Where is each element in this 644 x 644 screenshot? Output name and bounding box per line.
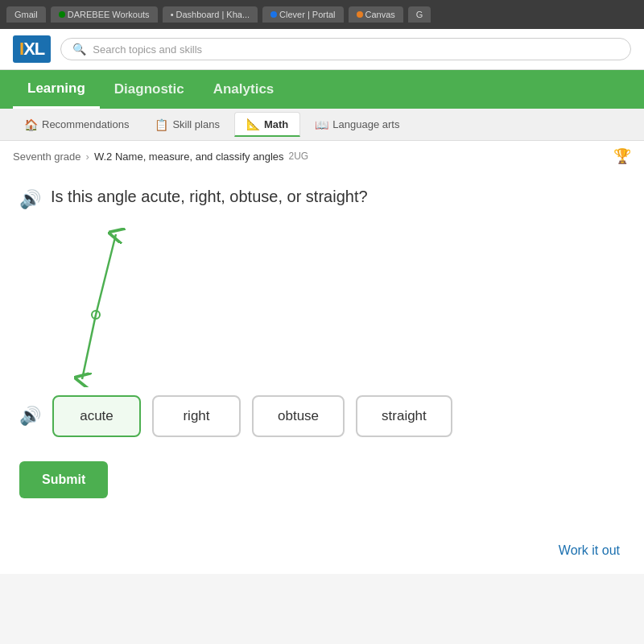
trophy-icon: 🏆: [613, 147, 631, 165]
svg-line-1: [82, 315, 96, 379]
browser-tabs-bar: Gmail DAREBEE Workouts • Dashboard | Kha…: [0, 0, 644, 29]
answer-btn-obtuse[interactable]: obtuse: [252, 395, 345, 437]
ixl-header: IXL 🔍 Search topics and skills: [0, 29, 644, 70]
search-placeholder: Search topics and skills: [93, 43, 202, 56]
answer-section: 🔊 acute right obtuse straight: [19, 395, 625, 437]
subnav-recommendations[interactable]: 🏠 Recommendations: [13, 114, 140, 136]
angle-svg: [52, 226, 156, 387]
browser-tab-google[interactable]: G: [408, 6, 431, 23]
subnav-math-label: Math: [264, 118, 288, 130]
breadcrumb-grade[interactable]: Seventh grade: [13, 151, 81, 163]
breadcrumb-arrow: ›: [86, 151, 89, 163]
subnav-skill-plans[interactable]: 📋 Skill plans: [143, 114, 231, 136]
language-arts-icon: 📖: [315, 118, 328, 131]
breadcrumb-skill-name[interactable]: W.2 Name, measure, and classify angles: [94, 151, 284, 163]
skill-plans-icon: 📋: [155, 118, 168, 131]
answer-btn-acute[interactable]: acute: [52, 395, 141, 437]
work-it-out-link[interactable]: Work it out: [559, 543, 620, 558]
browser-tab-clever[interactable]: Clever | Portal: [262, 6, 344, 23]
browser-tab-gmail[interactable]: Gmail: [6, 6, 46, 23]
subnav-skill-plans-label: Skill plans: [172, 118, 220, 130]
nav-tab-analytics[interactable]: Analytics: [199, 70, 289, 109]
sub-nav: 🏠 Recommendations 📋 Skill plans 📐 Math 📖…: [0, 109, 644, 141]
nav-tab-diagnostic[interactable]: Diagnostic: [100, 70, 199, 109]
answer-btn-straight[interactable]: straight: [356, 395, 452, 437]
recommendations-icon: 🏠: [24, 118, 38, 131]
subnav-recommendations-label: Recommendations: [42, 118, 129, 130]
math-icon: 📐: [246, 118, 260, 130]
submit-button[interactable]: Submit: [19, 461, 108, 498]
svg-line-0: [96, 234, 116, 315]
browser-tab-darebee[interactable]: DAREBEE Workouts: [51, 6, 158, 23]
browser-tab-canvas[interactable]: Canvas: [349, 6, 403, 23]
nav-tab-learning[interactable]: Learning: [13, 70, 100, 109]
nav-tab-analytics-label: Analytics: [213, 81, 275, 97]
angle-diagram: [52, 226, 172, 371]
subnav-math[interactable]: 📐 Math: [234, 112, 300, 137]
nav-tab-learning-label: Learning: [27, 80, 85, 97]
main-content: 🔊 Is this angle acute, right, obtuse, or…: [0, 171, 644, 574]
answer-speaker-icon[interactable]: 🔊: [19, 406, 41, 427]
search-icon: 🔍: [72, 43, 86, 56]
question-header: 🔊 Is this angle acute, right, obtuse, or…: [19, 188, 625, 210]
nav-tab-diagnostic-label: Diagnostic: [114, 81, 184, 97]
breadcrumb: Seventh grade › W.2 Name, measure, and c…: [0, 141, 644, 171]
question-speaker-icon[interactable]: 🔊: [19, 189, 41, 210]
ixl-logo-i: I: [19, 39, 23, 59]
answer-btn-right[interactable]: right: [152, 395, 241, 437]
ixl-logo[interactable]: IXL: [13, 35, 51, 63]
question-text: Is this angle acute, right, obtuse, or s…: [51, 188, 368, 206]
subnav-language-arts-label: Language arts: [332, 118, 399, 130]
breadcrumb-skill-id: 2UG: [289, 151, 309, 162]
browser-tab-khan[interactable]: • Dashboard | Kha...: [163, 6, 258, 23]
main-nav: Learning Diagnostic Analytics: [0, 70, 644, 109]
subnav-language-arts[interactable]: 📖 Language arts: [303, 114, 411, 136]
search-bar[interactable]: 🔍 Search topics and skills: [60, 38, 631, 60]
